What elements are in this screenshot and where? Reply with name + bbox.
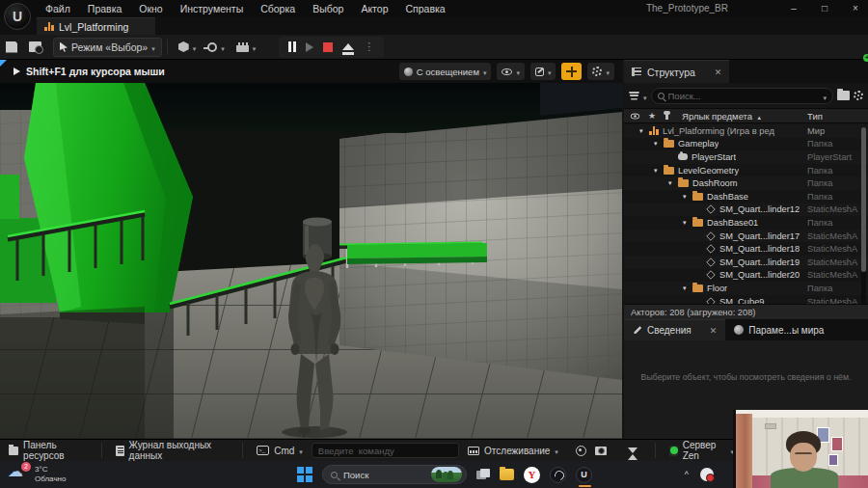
derived-data-button[interactable] xyxy=(567,440,595,462)
row-type: StaticMeshA xyxy=(807,204,857,214)
view-mode-dropdown[interactable]: С освещением xyxy=(399,63,492,80)
unreal-logo-icon[interactable]: U xyxy=(4,3,31,30)
maximize-button[interactable]: □ xyxy=(816,0,833,17)
yandex-browser-button[interactable]: Y xyxy=(524,467,540,483)
trace-dropdown[interactable]: Отслеживание xyxy=(459,440,567,462)
menu-item[interactable]: Выбор xyxy=(306,1,350,16)
transform-tool-button[interactable] xyxy=(561,63,582,80)
menu-item[interactable]: Сборка xyxy=(254,1,302,16)
select-mode-dropdown[interactable] xyxy=(530,63,556,80)
search-input[interactable] xyxy=(668,91,820,101)
close-icon[interactable]: ✕ xyxy=(715,68,722,77)
outliner-scrollbar[interactable] xyxy=(861,127,866,307)
scrollbar-thumb[interactable] xyxy=(861,127,866,272)
label-column-header[interactable]: Ярлык предмета xyxy=(682,111,762,122)
outliner-settings-icon[interactable] xyxy=(854,91,863,100)
table-row[interactable]: ▾Lvl_Platforming (Игра в редМир xyxy=(624,124,868,138)
type-column-header[interactable]: Тип xyxy=(807,111,823,122)
tab-world-settings[interactable]: Параме...ы мира xyxy=(725,319,832,340)
tab-level[interactable]: Lvl_Platforming xyxy=(37,17,155,35)
table-row[interactable]: SM_Quart...linder12StaticMeshA xyxy=(624,203,868,217)
level-icon xyxy=(44,22,54,31)
expand-arrow-icon[interactable]: ▾ xyxy=(683,219,692,227)
log-icon xyxy=(116,446,123,456)
filter-icon[interactable] xyxy=(629,92,639,100)
play-options-menu[interactable]: ⋮ xyxy=(364,41,374,53)
scene-3d-render[interactable] xyxy=(0,83,622,439)
save-button[interactable] xyxy=(0,38,23,57)
table-row[interactable]: ▾DashRoomПапка xyxy=(624,176,868,190)
blueprint-icon xyxy=(207,42,217,52)
expand-arrow-icon[interactable]: ▾ xyxy=(683,285,692,292)
console-command-input[interactable] xyxy=(312,443,459,458)
menu-item[interactable]: Актор xyxy=(354,1,394,16)
tab-outliner[interactable]: Структура ✕ xyxy=(624,60,729,83)
expand-arrow-icon[interactable]: ▾ xyxy=(683,193,692,201)
cinematics-dropdown[interactable] xyxy=(231,38,262,57)
menu-item[interactable]: Инструменты xyxy=(174,1,250,16)
table-row[interactable]: ▾GameplayПапка xyxy=(624,138,868,151)
table-row[interactable]: ▾FloorПапка xyxy=(624,282,868,295)
viewport-settings-dropdown[interactable] xyxy=(587,63,614,80)
row-label: LevelGeometry xyxy=(678,166,739,176)
table-row[interactable]: SM_Quart...linder18StaticMeshA xyxy=(624,242,868,256)
recording-tray-icon[interactable] xyxy=(700,468,714,481)
row-label: DashBase xyxy=(707,192,748,202)
close-button[interactable]: × xyxy=(847,0,864,17)
level-viewport[interactable]: Shift+F1 для курсора мыши С освещением xyxy=(0,60,622,439)
cmd-dropdown[interactable]: >_ Cmd xyxy=(248,440,312,462)
table-row[interactable]: SM_Quart...linder20StaticMeshA xyxy=(624,269,868,283)
show-flags-dropdown[interactable] xyxy=(497,63,525,80)
background-tasks-button[interactable] xyxy=(615,440,650,462)
table-row[interactable]: ▾DashBase01Папка xyxy=(624,216,868,230)
menu-item[interactable]: Правка xyxy=(81,1,128,16)
expand-arrow-icon[interactable]: ▾ xyxy=(668,179,678,187)
table-row[interactable]: SM_Quart...linder19StaticMeshA xyxy=(624,256,868,269)
snapshot-button[interactable] xyxy=(595,440,615,462)
minimize-button[interactable]: – xyxy=(785,0,802,17)
content-browser-button[interactable] xyxy=(23,38,47,57)
weather-widget[interactable]: 2 3°C Облачно xyxy=(8,465,66,484)
row-label: DashRoom xyxy=(692,178,738,188)
close-icon[interactable]: ✕ xyxy=(710,326,718,336)
menu-item[interactable]: Справка xyxy=(398,1,451,16)
menu-item[interactable]: Окно xyxy=(132,1,169,16)
blueprints-dropdown[interactable] xyxy=(202,38,231,57)
tab-details[interactable]: Сведения ✕ xyxy=(624,319,725,340)
add-actor-dropdown[interactable]: + xyxy=(173,38,203,57)
start-button[interactable] xyxy=(297,467,312,482)
weather-temperature: 3°C xyxy=(35,465,66,474)
star-column-icon[interactable]: ★ xyxy=(648,111,656,121)
expand-arrow-icon[interactable]: ▾ xyxy=(639,127,649,135)
task-view-button[interactable] xyxy=(476,469,490,480)
taskbar-search[interactable]: Поиск xyxy=(322,465,467,484)
expand-arrow-icon[interactable]: ▾ xyxy=(654,167,664,175)
file-explorer-button[interactable] xyxy=(500,469,514,480)
expand-arrow-icon[interactable]: ▾ xyxy=(654,140,664,148)
chevron-down-icon xyxy=(548,67,552,77)
table-row[interactable]: ▾DashBaseПапка xyxy=(624,190,868,203)
mesh-icon xyxy=(706,231,716,241)
tray-expand-chevron[interactable]: ^ xyxy=(685,470,689,479)
frame-skip-button[interactable] xyxy=(306,42,313,52)
chevron-down-icon xyxy=(253,41,257,53)
outliner-search-box[interactable] xyxy=(651,88,833,104)
taskbar-search-label: Поиск xyxy=(343,470,425,480)
output-log-button[interactable]: Журнал выходных данных xyxy=(107,440,237,462)
stop-button[interactable] xyxy=(323,42,333,52)
visibility-column-icon[interactable] xyxy=(631,113,639,119)
eject-button[interactable] xyxy=(342,43,354,50)
table-row[interactable]: SM_Quart...linder17StaticMeshA xyxy=(624,230,868,243)
mesh-icon xyxy=(706,271,716,281)
pin-column-icon[interactable] xyxy=(665,112,668,120)
content-drawer-button[interactable]: Панель ресурсов xyxy=(0,440,96,462)
pause-button[interactable] xyxy=(288,41,296,52)
unreal-engine-taskbar-button[interactable]: U xyxy=(576,467,592,483)
new-folder-icon[interactable] xyxy=(837,91,850,100)
obs-studio-button[interactable] xyxy=(550,467,566,483)
mode-select-dropdown[interactable]: Режим «Выбор» xyxy=(53,38,162,57)
zen-server-dropdown[interactable]: Сервер Zen xyxy=(661,440,743,462)
menu-item[interactable]: Файл xyxy=(39,1,77,16)
table-row[interactable]: PlayerStartPlayerStart xyxy=(624,150,868,164)
table-row[interactable]: ▾LevelGeometryПапка xyxy=(624,164,868,177)
